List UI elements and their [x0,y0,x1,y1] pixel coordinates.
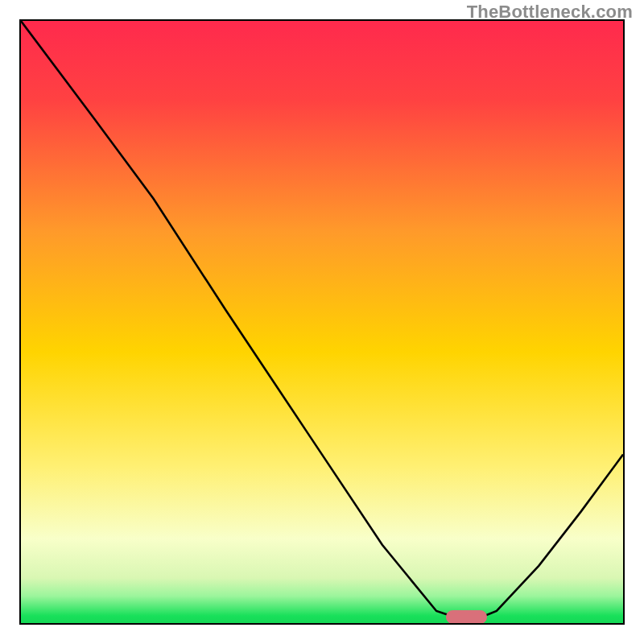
curve-layer [21,21,623,623]
optimal-range-marker [446,610,487,624]
bottleneck-curve [21,21,623,617]
plot-area [19,19,625,625]
figure-container: TheBottleneck.com [0,0,644,644]
